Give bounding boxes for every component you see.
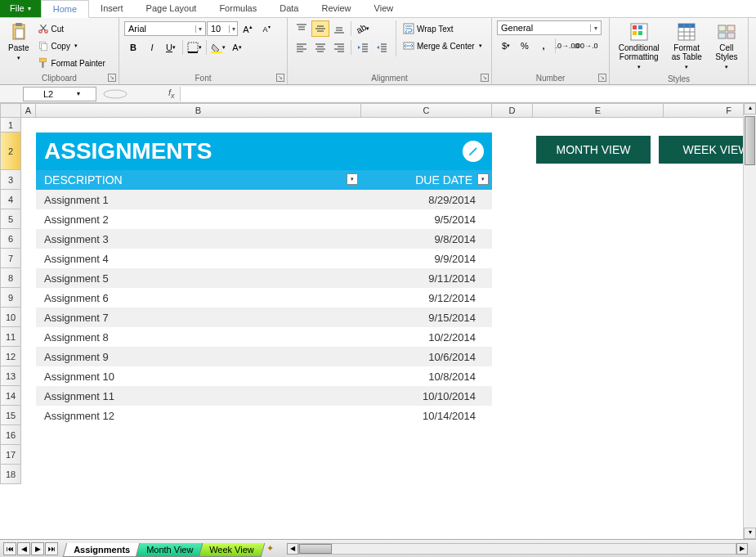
scroll-track[interactable] xyxy=(298,543,736,555)
row-header-17[interactable]: 17 xyxy=(0,445,21,465)
orientation-button[interactable]: ab▾ xyxy=(354,20,372,37)
cell-description[interactable]: Assignment 11 xyxy=(36,386,361,406)
nav-next-button[interactable]: ▶ xyxy=(31,542,44,555)
cell-styles-button[interactable]: Cell Styles ▾ xyxy=(710,20,743,73)
filter-button-desc[interactable]: ▾ xyxy=(347,173,358,185)
row-header-4[interactable]: 4 xyxy=(0,190,21,209)
sheet-tab-month-view[interactable]: Month View xyxy=(136,543,204,557)
decrease-font-button[interactable]: A▾ xyxy=(257,20,275,37)
worksheet-grid[interactable]: ABCDEF 123456789101112131415161718 ASSIG… xyxy=(0,103,756,537)
cell-due-date[interactable]: 9/5/2014 xyxy=(361,209,492,229)
number-dialog-launcher[interactable]: ↘ xyxy=(598,74,606,82)
table-row[interactable]: Assignment 29/5/2014 xyxy=(36,209,492,229)
row-header-7[interactable]: 7 xyxy=(0,249,21,268)
cell-due-date[interactable]: 8/29/2014 xyxy=(361,190,492,209)
alignment-dialog-launcher[interactable]: ↘ xyxy=(481,74,489,82)
cell-description[interactable]: Assignment 5 xyxy=(36,268,361,288)
align-middle-button[interactable] xyxy=(311,20,329,37)
cell-description[interactable]: Assignment 2 xyxy=(36,209,361,229)
comma-button[interactable]: , xyxy=(535,38,552,54)
chevron-down-icon[interactable]: ▾ xyxy=(590,25,601,32)
file-tab[interactable]: File ▾ xyxy=(0,0,41,17)
row-header-18[interactable]: 18 xyxy=(0,465,21,484)
row-header-10[interactable]: 10 xyxy=(0,308,21,327)
row-header-16[interactable]: 16 xyxy=(0,425,21,445)
cell-due-date[interactable]: 9/15/2014 xyxy=(361,308,492,327)
cell-description[interactable]: Assignment 9 xyxy=(36,347,361,366)
formula-input[interactable] xyxy=(180,87,756,101)
row-header-1[interactable]: 1 xyxy=(0,118,21,133)
column-header-A[interactable]: A xyxy=(21,103,36,118)
cell-description[interactable]: Assignment 7 xyxy=(36,308,361,327)
column-header-B[interactable]: B xyxy=(36,103,361,118)
row-header-11[interactable]: 11 xyxy=(0,327,21,347)
scroll-right-button[interactable]: ▶ xyxy=(736,543,748,555)
nav-last-button[interactable]: ⏭ xyxy=(45,542,58,555)
fill-color-button[interactable]: ▾ xyxy=(209,39,227,56)
row-header-9[interactable]: 9 xyxy=(0,288,21,308)
font-color-button[interactable]: A▾ xyxy=(228,39,246,56)
copy-button[interactable]: Copy▾ xyxy=(36,38,107,54)
align-right-button[interactable] xyxy=(330,39,348,56)
cell-description[interactable]: Assignment 8 xyxy=(36,327,361,347)
chevron-down-icon[interactable]: ▾ xyxy=(73,90,84,97)
increase-font-button[interactable]: A▴ xyxy=(239,20,257,37)
format-as-table-button[interactable]: Format as Table ▾ xyxy=(667,20,707,73)
fx-icon[interactable]: fx xyxy=(168,88,175,100)
select-all-cell[interactable] xyxy=(0,103,21,118)
font-size-combo[interactable]: ▾ xyxy=(207,21,238,36)
bold-button[interactable]: B xyxy=(124,39,142,56)
cut-button[interactable]: Cut xyxy=(36,20,107,37)
tab-formulas[interactable]: Formulas xyxy=(208,0,268,17)
cell-description[interactable]: Assignment 1 xyxy=(36,190,361,209)
scroll-thumb[interactable] xyxy=(745,116,755,165)
cell-due-date[interactable]: 10/6/2014 xyxy=(361,347,492,366)
row-header-12[interactable]: 12 xyxy=(0,347,21,366)
scroll-up-button[interactable]: ▴ xyxy=(744,103,756,115)
align-top-button[interactable] xyxy=(293,20,311,37)
cell-due-date[interactable]: 9/12/2014 xyxy=(361,288,492,308)
chevron-down-icon[interactable]: ▾ xyxy=(195,25,205,33)
cell-description[interactable]: Assignment 4 xyxy=(36,249,361,268)
table-row[interactable]: Assignment 59/11/2014 xyxy=(36,268,492,288)
table-row[interactable]: Assignment 1110/10/2014 xyxy=(36,386,492,406)
italic-button[interactable]: I xyxy=(143,39,161,56)
cell-due-date[interactable]: 10/14/2014 xyxy=(361,406,492,425)
table-row[interactable]: Assignment 39/8/2014 xyxy=(36,229,492,249)
increase-indent-button[interactable] xyxy=(373,39,391,56)
font-size-input[interactable] xyxy=(208,24,229,34)
cell-due-date[interactable]: 10/10/2014 xyxy=(361,386,492,406)
underline-button[interactable]: U▾ xyxy=(162,39,180,56)
row-header-14[interactable]: 14 xyxy=(0,386,21,406)
row-header-6[interactable]: 6 xyxy=(0,229,21,249)
row-header-13[interactable]: 13 xyxy=(0,366,21,386)
font-name-combo[interactable]: ▾ xyxy=(124,21,206,36)
font-name-input[interactable] xyxy=(125,24,195,34)
row-header-3[interactable]: 3 xyxy=(0,170,21,190)
cell-description[interactable]: Assignment 3 xyxy=(36,229,361,249)
row-header-15[interactable]: 15 xyxy=(0,406,21,425)
table-row[interactable]: Assignment 910/6/2014 xyxy=(36,347,492,366)
chevron-down-icon[interactable]: ▾ xyxy=(229,25,237,33)
align-center-button[interactable] xyxy=(311,39,329,56)
align-bottom-button[interactable] xyxy=(330,20,348,37)
cell-due-date[interactable]: 10/8/2014 xyxy=(361,366,492,386)
table-row[interactable]: Assignment 69/12/2014 xyxy=(36,288,492,308)
merge-center-button[interactable]: Merge & Center▾ xyxy=(401,38,484,54)
week-view-button[interactable]: WEEK VIEW xyxy=(659,136,756,164)
number-format-combo[interactable]: ▾ xyxy=(497,20,602,35)
font-dialog-launcher[interactable]: ↘ xyxy=(276,74,284,82)
decrease-decimal-button[interactable]: .00→.0 xyxy=(577,38,595,54)
month-view-button[interactable]: MONTH VIEW xyxy=(536,136,651,164)
paste-button[interactable]: Paste▾ xyxy=(5,20,33,64)
filter-button-due[interactable]: ▾ xyxy=(477,173,489,185)
edit-button[interactable] xyxy=(463,141,484,162)
wrap-text-button[interactable]: Wrap Text xyxy=(401,20,484,37)
name-box-input[interactable] xyxy=(24,89,73,99)
cell-due-date[interactable]: 9/9/2014 xyxy=(361,249,492,268)
horizontal-scrollbar[interactable]: ◀ ▶ xyxy=(287,543,748,555)
tab-page-layout[interactable]: Page Layout xyxy=(135,0,208,17)
cell-due-date[interactable]: 10/2/2014 xyxy=(361,327,492,347)
table-row[interactable]: Assignment 810/2/2014 xyxy=(36,327,492,347)
border-button[interactable]: ▾ xyxy=(186,39,204,56)
